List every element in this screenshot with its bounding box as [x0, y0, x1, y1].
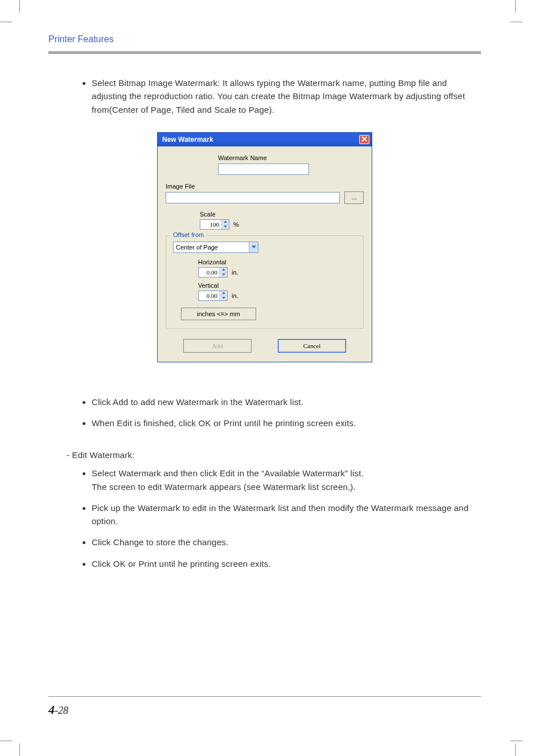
- horizontal-spinner[interactable]: [198, 267, 228, 277]
- horizontal-input[interactable]: [199, 268, 219, 277]
- page-number: 28: [58, 705, 68, 716]
- edit-watermark-heading: - Edit Watermark:: [67, 450, 481, 460]
- page-footer: 4-28: [48, 696, 481, 717]
- scale-label: Scale: [200, 211, 364, 218]
- section-heading: Printer Features: [48, 34, 481, 51]
- spin-up-icon[interactable]: [221, 220, 229, 224]
- offset-legend: Offset from: [171, 231, 206, 238]
- spin-up-icon[interactable]: [220, 268, 227, 272]
- offset-from-value: Center of Page: [176, 244, 218, 251]
- scale-unit: %: [233, 221, 239, 228]
- list-item: Select Watermark and then click Edit in …: [92, 467, 481, 493]
- spin-down-icon[interactable]: [220, 272, 227, 277]
- browse-button[interactable]: ...: [344, 191, 364, 204]
- dialog-title: New Watermark: [162, 136, 213, 144]
- image-file-label: Image File: [166, 183, 364, 190]
- header-rule: [48, 51, 481, 54]
- new-watermark-dialog: New Watermark Watermark Name Image File …: [157, 132, 372, 362]
- list-item: Click Change to store the changes.: [92, 536, 481, 549]
- chapter-number: 4: [48, 702, 55, 717]
- list-item: Click Add to add new Watermark in the Wa…: [92, 395, 481, 408]
- vertical-spinner[interactable]: [198, 291, 228, 301]
- dialog-titlebar[interactable]: New Watermark: [158, 133, 372, 146]
- vertical-input[interactable]: [199, 291, 219, 300]
- list-item: When Edit is finished, click OK or Print…: [92, 416, 481, 430]
- close-icon: [361, 136, 367, 144]
- chevron-down-icon: [249, 242, 258, 252]
- spin-up-icon[interactable]: [220, 291, 227, 296]
- scale-spinner[interactable]: [200, 219, 229, 230]
- list-item: Click OK or Print until he printing scre…: [92, 557, 481, 570]
- cancel-button[interactable]: Cancel: [278, 339, 346, 353]
- watermark-name-input[interactable]: [218, 164, 309, 175]
- horizontal-label: Horizontal: [198, 259, 356, 265]
- horizontal-unit: in.: [232, 269, 238, 276]
- units-toggle-button[interactable]: inches <=> mm: [181, 308, 256, 320]
- list-item: Pick up the Watermark to edit in the Wat…: [92, 501, 481, 528]
- watermark-name-label: Watermark Name: [218, 154, 364, 161]
- offset-fieldset: Offset from Center of Page Horizontal: [166, 235, 364, 329]
- close-button[interactable]: [359, 135, 369, 144]
- vertical-unit: in.: [232, 292, 238, 299]
- add-button[interactable]: Add: [183, 339, 252, 353]
- scale-input[interactable]: [200, 220, 221, 229]
- spin-down-icon[interactable]: [221, 224, 229, 229]
- image-file-input[interactable]: [166, 192, 340, 203]
- vertical-label: Vertical: [198, 282, 356, 289]
- offset-from-select[interactable]: Center of Page: [173, 242, 258, 253]
- intro-bullet: Select Bitmap Image Watermark: It allows…: [92, 76, 481, 116]
- spin-down-icon[interactable]: [220, 296, 227, 300]
